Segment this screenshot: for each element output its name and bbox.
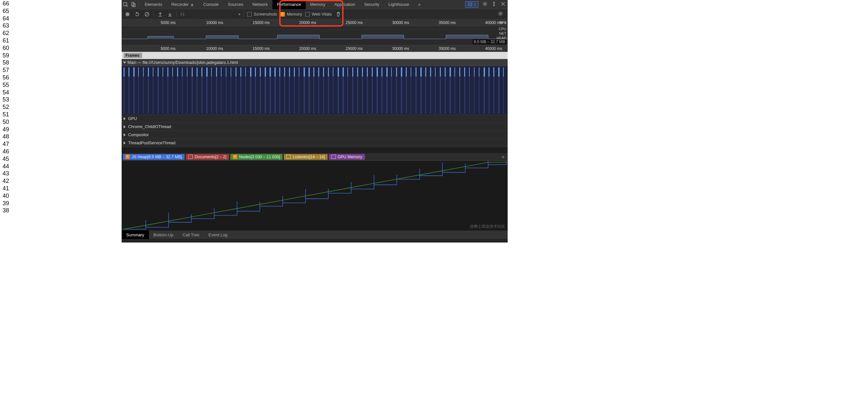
tab-recorder[interactable]: Recorder ▲ xyxy=(167,0,198,9)
device-toggle-icon[interactable] xyxy=(129,0,137,9)
legend-nodes[interactable]: Nodes[3 030 – 11 030] xyxy=(230,154,283,160)
line-number: 56 xyxy=(2,74,120,82)
dropdown-caret-icon[interactable]: ▾ xyxy=(239,12,240,17)
screenshots-label: Screenshots xyxy=(254,12,277,17)
line-number: 43 xyxy=(2,170,120,177)
tab-network[interactable]: Network xyxy=(248,0,273,9)
capture-settings-gear-icon[interactable] xyxy=(496,11,505,17)
timeline-overview[interactable]: CPU NET HEAP 8.5 MB – 32.7 MB xyxy=(122,26,508,45)
screenshots-checkbox[interactable]: Screenshots xyxy=(247,12,277,17)
profile-selector-input[interactable] xyxy=(180,12,235,17)
inspect-icon[interactable] xyxy=(122,0,129,9)
settings-gear-icon[interactable] xyxy=(480,1,490,7)
ruler-tick: 5000 ms xyxy=(161,21,176,25)
trash-icon[interactable] xyxy=(335,11,342,18)
disclosure-triangle-icon[interactable] xyxy=(124,133,126,136)
disclosure-triangle-icon[interactable] xyxy=(124,125,126,128)
bottom-tab-event-log[interactable]: Event Log xyxy=(204,230,232,239)
svg-point-7 xyxy=(494,5,494,6)
ruler-tick: 35000 ms xyxy=(438,46,456,51)
ruler-tick: 10000 ms xyxy=(206,46,223,51)
kebab-menu-icon[interactable] xyxy=(490,1,499,7)
line-number: 59 xyxy=(2,52,120,59)
memory-label: Memory xyxy=(287,12,302,17)
issues-badge[interactable]: 1 xyxy=(465,1,478,8)
overview-side-labels: CPU NET HEAP xyxy=(497,27,506,40)
record-button[interactable] xyxy=(124,11,131,18)
timeline-ruler-bottom[interactable]: 5000 ms10000 ms15000 ms20000 ms25000 ms3… xyxy=(122,45,508,52)
ruler-tick: 15000 ms xyxy=(253,21,270,25)
tabs-overflow[interactable]: » xyxy=(413,0,425,9)
track-label: ThreadPoolServiceThread xyxy=(128,141,176,145)
line-number: 38 xyxy=(2,207,120,214)
tab-application[interactable]: Application xyxy=(330,0,360,9)
ruler-tick: 40000 ms xyxy=(485,46,502,51)
line-number: 47 xyxy=(2,140,120,148)
svg-point-5 xyxy=(494,2,494,3)
line-number: 51 xyxy=(2,111,120,118)
line-number: 61 xyxy=(2,37,120,44)
memory-chart[interactable]: @稀土掘金技术社区 xyxy=(122,161,508,230)
bottom-tab-call-tree[interactable]: Call Tree xyxy=(178,230,204,239)
ruler-tick: 20000 ms xyxy=(299,46,316,51)
legend-listeners[interactable]: Listeners[14 – 14] xyxy=(284,154,327,160)
main-thread-header[interactable]: Main — file:///Users/sunny/Downloads/jsb… xyxy=(122,59,508,66)
ruler-tick: 35000 ms xyxy=(438,21,456,25)
flame-chart[interactable] xyxy=(122,66,508,115)
line-number: 63 xyxy=(2,22,120,30)
devtools-panel: ElementsRecorder ▲ConsoleSourcesNetworkP… xyxy=(122,0,508,243)
tab-console[interactable]: Console xyxy=(199,0,223,9)
tab-sources[interactable]: Sources xyxy=(223,0,248,9)
memory-chart-svg xyxy=(122,161,508,230)
frames-label: Frames xyxy=(124,53,142,58)
tab-elements[interactable]: Elements xyxy=(140,0,167,9)
legend-menu-icon[interactable]: ≡ xyxy=(500,154,506,160)
timeline-ruler-top[interactable]: FPS 5000 ms10000 ms15000 ms20000 ms25000… xyxy=(122,20,508,26)
disclosure-triangle-icon[interactable] xyxy=(124,117,126,120)
tab-lighthouse[interactable]: Lighthouse xyxy=(384,0,414,9)
disclosure-triangle-icon[interactable] xyxy=(124,141,126,145)
save-profile-icon[interactable] xyxy=(167,11,173,18)
close-devtools-icon[interactable] xyxy=(499,1,508,7)
line-number: 44 xyxy=(2,163,120,170)
reload-record-icon[interactable] xyxy=(134,11,141,18)
track-row-gpu[interactable]: GPU xyxy=(122,115,508,123)
line-number: 48 xyxy=(2,133,120,140)
tab-memory[interactable]: Memory xyxy=(306,0,330,9)
ruler-tick: 10000 ms xyxy=(206,21,223,25)
watermark-text: @稀土掘金技术社区 xyxy=(470,224,505,229)
track-row-compositor[interactable]: Compositor xyxy=(122,131,508,139)
ruler-tick: 5000 ms xyxy=(161,46,176,51)
web-vitals-checkbox[interactable]: Web Vitals xyxy=(305,12,332,17)
line-number: 58 xyxy=(2,59,120,66)
line-number: 45 xyxy=(2,155,120,163)
bottom-tab-summary[interactable]: Summary xyxy=(122,230,149,239)
devtools-tabstrip: ElementsRecorder ▲ConsoleSourcesNetworkP… xyxy=(122,0,508,9)
spacer xyxy=(122,147,508,153)
left-number-column: 6665646362616059585756555453525150494847… xyxy=(0,0,122,243)
track-row-chrome_childiothread[interactable]: Chrome_ChildIOThread xyxy=(122,123,508,131)
legend-gpumemory[interactable]: GPU Memory xyxy=(329,154,365,160)
main-thread-title: Main — file:///Users/sunny/Downloads/jsb… xyxy=(127,60,238,65)
bottom-tab-bottom-up[interactable]: Bottom-Up xyxy=(149,230,178,239)
line-number: 66 xyxy=(2,0,120,7)
tab-performance[interactable]: Performance xyxy=(273,0,306,9)
line-number: 55 xyxy=(2,82,120,89)
track-label: GPU xyxy=(128,117,137,121)
ruler-tick: 20000 ms xyxy=(299,21,316,25)
line-number: 52 xyxy=(2,103,120,111)
legend-jsheap[interactable]: JS Heap[8.5 MB – 32.7 MB] xyxy=(123,154,185,160)
line-number: 50 xyxy=(2,118,120,126)
legend-documents[interactable]: Documents[2 – 2] xyxy=(186,154,229,160)
disclosure-triangle-icon[interactable] xyxy=(123,62,126,64)
frames-row[interactable]: Frames xyxy=(122,52,508,59)
load-profile-icon[interactable] xyxy=(157,11,163,18)
track-row-threadpoolservicethread[interactable]: ThreadPoolServiceThread xyxy=(122,139,508,147)
track-label: Chrome_ChildIOThread xyxy=(128,125,171,129)
heap-range-label: 8.5 MB – 32.7 MB xyxy=(473,39,506,44)
ruler-tick: 25000 ms xyxy=(346,21,363,25)
memory-checkbox[interactable]: Memory xyxy=(280,12,302,17)
line-number: 40 xyxy=(2,192,120,200)
clear-icon[interactable] xyxy=(144,11,150,18)
tab-security[interactable]: Security xyxy=(360,0,384,9)
